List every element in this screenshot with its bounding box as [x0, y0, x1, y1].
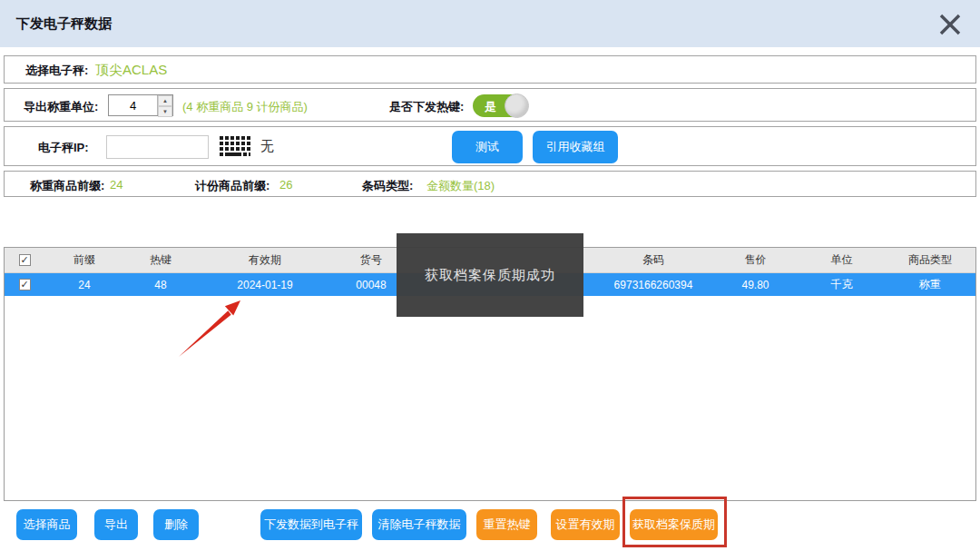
- cell-prefix: 24: [44, 279, 124, 291]
- test-button[interactable]: 测试: [452, 131, 523, 163]
- weigh-prefix-label: 称重商品前缀:: [30, 178, 104, 194]
- close-icon: [936, 10, 965, 39]
- unit-hint: (4 称重商品 9 计份商品): [182, 99, 308, 115]
- col-type: 商品类型: [885, 252, 975, 268]
- export-button[interactable]: 导出: [94, 509, 138, 540]
- set-expiry-button[interactable]: 设置有效期: [551, 509, 620, 540]
- scale-ip-label: 电子秤IP:: [38, 140, 89, 156]
- export-unit-section: 导出称重单位: ▲ ▼ (4 称重商品 9 计份商品) 是否下发热键: 是: [4, 88, 976, 122]
- scale-ip-section: 电子秤IP: 无 测试 引用收藏组: [4, 126, 976, 166]
- unit-spinner-input[interactable]: [109, 95, 157, 115]
- cell-hotkey: 48: [124, 279, 197, 291]
- delete-button[interactable]: 删除: [153, 509, 199, 540]
- col-barcode: 条码: [594, 252, 712, 268]
- reset-hotkeys-button[interactable]: 重置热键: [476, 509, 537, 540]
- keyboard-icon[interactable]: [219, 135, 251, 162]
- clear-scale-data-button[interactable]: 清除电子秤数据: [372, 509, 466, 540]
- spinner-down-icon[interactable]: ▼: [158, 106, 172, 117]
- spinner-up-icon[interactable]: ▲: [158, 95, 172, 106]
- close-button[interactable]: [933, 7, 967, 42]
- barcode-type-value: 金额数量(18): [426, 178, 495, 194]
- cell-unit: 千克: [799, 277, 885, 292]
- toggle-knob: [505, 93, 529, 118]
- select-products-button[interactable]: 选择商品: [16, 509, 77, 540]
- portion-prefix-value: 26: [279, 178, 292, 192]
- use-favorites-group-button[interactable]: 引用收藏组: [533, 131, 618, 163]
- prefix-info-section: 称重商品前缀: 24 计份商品前缀: 26 条码类型: 金额数量(18): [4, 171, 976, 197]
- scale-ip-input[interactable]: [106, 135, 209, 159]
- hotkey-label: 是否下发热键:: [389, 99, 464, 115]
- weigh-prefix-value: 24: [110, 178, 122, 192]
- cell-type: 称重: [885, 277, 975, 292]
- dialog-title: 下发电子秤数据: [16, 15, 112, 33]
- unit-spinner: ▲ ▼: [108, 94, 173, 116]
- ip-status-text: 无: [260, 138, 274, 155]
- col-hotkey: 热键: [124, 252, 197, 268]
- dialog-titlebar: 下发电子秤数据: [0, 0, 980, 47]
- scale-select-label: 选择电子秤:: [25, 63, 88, 79]
- send-data-to-scale-button[interactable]: 下发数据到电子秤: [260, 509, 362, 540]
- scale-select-value[interactable]: 顶尖ACLAS: [95, 62, 167, 79]
- get-shelf-life-button[interactable]: 获取档案保质期: [630, 509, 718, 540]
- portion-prefix-label: 计份商品前缀:: [195, 178, 270, 194]
- col-price: 售价: [712, 252, 799, 268]
- scale-select-section: 选择电子秤: 顶尖ACLAS: [4, 55, 976, 84]
- cell-price: 49.80: [712, 279, 799, 291]
- hotkey-toggle-state: 是: [485, 99, 496, 115]
- select-all-checkbox[interactable]: ✓: [19, 254, 31, 266]
- export-unit-label: 导出称重单位:: [24, 99, 98, 115]
- cell-barcode: 6973166260394: [594, 279, 712, 291]
- col-unit: 单位: [799, 252, 885, 268]
- hotkey-toggle[interactable]: 是: [473, 94, 525, 117]
- row-checkbox[interactable]: ✓: [19, 279, 31, 290]
- col-expiry: 有效期: [197, 252, 333, 268]
- toast-message: 获取档案保质期成功: [397, 233, 583, 317]
- barcode-type-label: 条码类型:: [362, 178, 413, 194]
- cell-expiry: 2024-01-19: [197, 279, 333, 291]
- col-prefix: 前缀: [44, 252, 124, 268]
